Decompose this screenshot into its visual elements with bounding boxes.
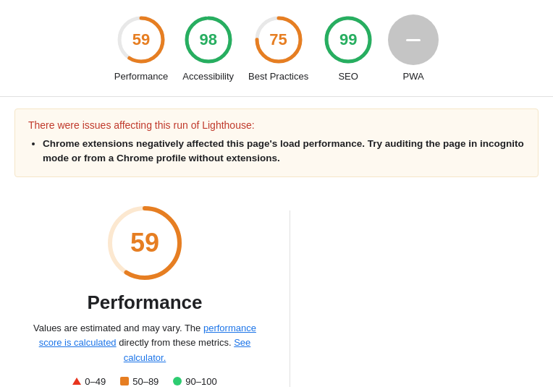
score-label-performance: Performance — [114, 71, 168, 82]
score-legend: 0–49 50–89 90–100 — [72, 376, 216, 387]
scores-section: 59 Performance 98 Accessibility 75 Best … — [0, 0, 553, 97]
warning-title: There were issues affecting this run of … — [28, 119, 525, 131]
score-number-best-practices: 75 — [269, 30, 287, 49]
red-triangle-icon — [72, 378, 81, 385]
legend-item-good: 90–100 — [173, 376, 216, 387]
score-label-pwa: PWA — [403, 71, 424, 82]
pwa-circle — [388, 14, 439, 65]
legend-item-bad: 0–49 — [72, 376, 106, 387]
performance-title: Performance — [88, 291, 203, 314]
legend-item-average: 50–89 — [120, 376, 159, 387]
score-item-performance[interactable]: 59 Performance — [114, 14, 168, 82]
warning-box: There were issues affecting this run of … — [14, 108, 539, 177]
score-item-best-practices[interactable]: 75 Best Practices — [248, 14, 308, 82]
section-divider — [290, 210, 290, 387]
score-item-accessibility[interactable]: 98 Accessibility — [182, 14, 234, 82]
performance-left-panel: 59 Performance Values are estimated and … — [22, 203, 268, 387]
score-circle-accessibility: 98 — [183, 14, 234, 65]
score-circle-best-practices: 75 — [253, 14, 304, 65]
green-circle-icon — [173, 377, 182, 385]
warning-list: Chrome extensions negatively affected th… — [28, 137, 525, 166]
score-number-performance: 59 — [132, 30, 150, 49]
performance-description: Values are estimated and may vary. The p… — [29, 321, 261, 366]
description-prefix: Values are estimated and may vary. The — [33, 323, 200, 333]
legend-label-average: 50–89 — [132, 376, 159, 387]
score-circle-seo: 99 — [323, 14, 373, 65]
warning-list-item: Chrome extensions negatively affected th… — [43, 137, 525, 166]
legend-label-good: 90–100 — [185, 376, 216, 387]
orange-square-icon — [120, 377, 129, 385]
score-item-seo[interactable]: 99 SEO — [323, 14, 373, 82]
performance-detail-section: 59 Performance Values are estimated and … — [0, 189, 553, 393]
score-item-pwa[interactable]: PWA — [388, 14, 439, 82]
score-label-seo: SEO — [338, 71, 358, 82]
score-label-best-practices: Best Practices — [248, 71, 308, 82]
score-circle-performance: 59 — [116, 14, 166, 65]
description-middle: directly from these metrics. — [119, 337, 231, 348]
legend-label-bad: 0–49 — [85, 376, 106, 387]
score-number-seo: 99 — [339, 30, 357, 49]
score-label-accessibility: Accessibility — [182, 71, 234, 82]
performance-large-circle: 59 — [105, 203, 185, 283]
performance-score-large: 59 — [130, 228, 159, 258]
score-number-accessibility: 98 — [199, 30, 216, 49]
pwa-dash — [406, 39, 421, 41]
